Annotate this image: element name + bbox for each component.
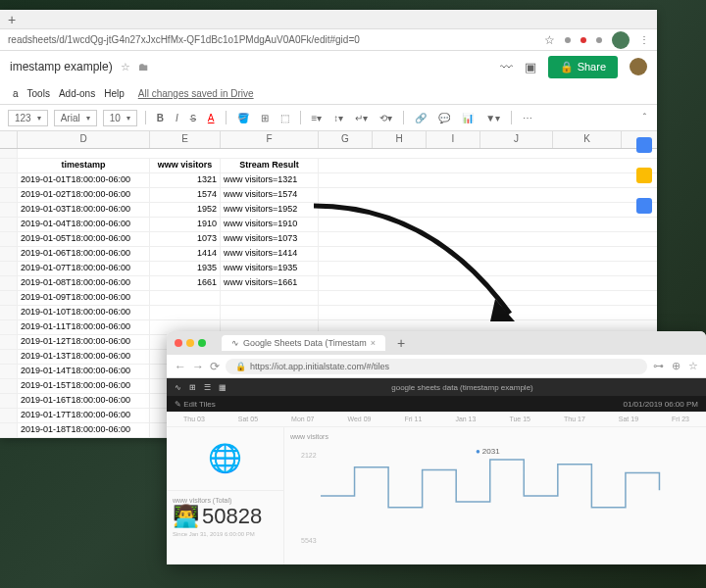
cell[interactable]: 2019-01-15T18:00:00-06:00 — [18, 379, 150, 393]
trend-icon[interactable]: 〰 — [500, 60, 513, 74]
cell[interactable]: 2019-01-07T18:00:00-06:00 — [18, 262, 150, 275]
cell[interactable]: 1414 — [150, 247, 221, 261]
browser-tab[interactable]: ∿Google Sheets Data (Timestam× — [222, 335, 385, 351]
keep-icon[interactable] — [636, 168, 652, 183]
chevron-up-icon[interactable]: ˆ — [640, 113, 649, 123]
cell[interactable]: 2019-01-06T18:00:00-06:00 — [18, 247, 150, 261]
halign-button[interactable]: ≡▾ — [309, 113, 326, 123]
cell[interactable]: www visitors=1661 — [221, 276, 319, 290]
search-icon[interactable]: ⊕ — [672, 360, 681, 372]
cell[interactable] — [150, 291, 221, 305]
borders-button[interactable]: ⊞ — [258, 113, 272, 123]
cell[interactable]: www visitors — [150, 159, 221, 172]
cell[interactable]: 1321 — [150, 173, 221, 187]
menu-help[interactable]: Help — [101, 88, 127, 99]
textcolor-button[interactable]: A — [205, 113, 218, 123]
profile-avatar[interactable] — [612, 31, 630, 49]
cell[interactable]: 2019-01-13T18:00:00-06:00 — [18, 350, 150, 364]
chart-button[interactable]: 📊 — [459, 113, 477, 123]
cell[interactable]: www visitors=1414 — [221, 247, 319, 261]
cell[interactable] — [221, 291, 319, 305]
cell[interactable]: www visitors=1574 — [221, 188, 319, 202]
cell[interactable]: 2019-01-18T18:00:00-06:00 — [18, 423, 150, 437]
fontsize-selector[interactable]: 10 — [103, 110, 137, 126]
select-all-cell[interactable] — [0, 131, 18, 148]
wrap-button[interactable]: ↵▾ — [352, 113, 371, 123]
merge-button[interactable]: ⬚ — [277, 113, 292, 123]
filter-button[interactable]: ▼▾ — [482, 113, 503, 123]
cell[interactable] — [221, 306, 319, 319]
reload-icon[interactable]: ⟳ — [210, 360, 220, 373]
bookmark-icon[interactable]: ☆ — [544, 33, 555, 47]
cell[interactable]: 1661 — [150, 276, 221, 290]
font-selector[interactable]: Arial — [54, 110, 97, 126]
cell[interactable]: www visitors=1073 — [221, 232, 319, 246]
strike-button[interactable]: S̶ — [187, 113, 199, 123]
list-icon[interactable]: ☰ — [204, 383, 211, 392]
document-title[interactable]: imestamp example) — [10, 60, 113, 74]
close-tab-icon[interactable]: × — [371, 338, 376, 348]
chart-tile[interactable]: www visitors 2031 2122 5543 — [284, 427, 706, 564]
folder-icon[interactable]: 🖿 — [138, 61, 149, 73]
cell[interactable]: www visitors=1952 — [221, 203, 319, 217]
col-header[interactable]: F — [221, 131, 319, 148]
total-tile[interactable]: www visitors (Total) 👨‍💻50828 Since Jan … — [167, 491, 283, 565]
extension-icon[interactable] — [596, 37, 602, 43]
globe-tile[interactable]: 🌐 — [167, 427, 283, 491]
minimize-icon[interactable] — [186, 339, 194, 347]
menu-tools[interactable]: Tools — [25, 88, 53, 99]
cell[interactable]: www visitors=1321 — [221, 173, 319, 187]
cell[interactable]: 2019-01-02T18:00:00-06:00 — [18, 188, 150, 202]
col-header[interactable]: H — [373, 131, 427, 148]
grid-icon[interactable]: ⊞ — [189, 383, 196, 392]
share-button[interactable]: 🔒Share — [548, 56, 618, 78]
back-icon[interactable]: ← — [175, 360, 186, 373]
cell[interactable]: 1574 — [150, 188, 221, 202]
cell[interactable]: 2019-01-10T18:00:00-06:00 — [18, 306, 150, 319]
cell[interactable]: 2019-01-04T18:00:00-06:00 — [18, 218, 150, 231]
cell[interactable]: 2019-01-17T18:00:00-06:00 — [18, 409, 150, 422]
extension-icon[interactable] — [580, 37, 586, 43]
cell[interactable]: Stream Result — [221, 159, 319, 172]
bars-icon[interactable]: ▦ — [219, 383, 227, 392]
cell[interactable]: 1935 — [150, 262, 221, 275]
calendar-icon[interactable] — [636, 137, 652, 153]
comment-icon[interactable]: ▣ — [525, 60, 536, 74]
cell[interactable]: 1910 — [150, 218, 221, 231]
menu-addons[interactable]: Add-ons — [56, 88, 98, 99]
new-tab-button[interactable]: + — [8, 12, 16, 27]
zoom-selector[interactable]: 123 — [8, 110, 48, 126]
star-icon[interactable]: ☆ — [688, 360, 698, 372]
cell[interactable]: www visitors=1935 — [221, 262, 319, 275]
cell[interactable]: 2019-01-14T18:00:00-06:00 — [18, 365, 150, 378]
col-header[interactable]: K — [553, 131, 622, 148]
more-icon[interactable]: ⋯ — [520, 113, 535, 123]
user-avatar[interactable] — [630, 58, 647, 75]
address-bar[interactable]: 🔒https://iot.app.initialstate.com/#/tile… — [226, 359, 647, 374]
col-header[interactable]: E — [150, 131, 221, 148]
menu-item[interactable]: a — [10, 88, 22, 99]
col-header[interactable]: G — [319, 131, 373, 148]
cell[interactable]: 1952 — [150, 203, 221, 217]
col-header[interactable]: J — [480, 131, 553, 148]
rotate-button[interactable]: ⟲▾ — [377, 113, 395, 123]
cell[interactable]: timestamp — [18, 159, 150, 172]
cell[interactable]: 1073 — [150, 232, 221, 246]
cell[interactable]: 2019-01-03T18:00:00-06:00 — [18, 203, 150, 217]
cell[interactable]: 2019-01-09T18:00:00-06:00 — [18, 291, 150, 305]
cell[interactable]: 2019-01-01T18:00:00-06:00 — [18, 173, 150, 187]
col-header[interactable]: D — [18, 131, 150, 148]
italic-button[interactable]: I — [173, 113, 181, 123]
cell[interactable]: 2019-01-11T18:00:00-06:00 — [18, 320, 150, 334]
save-status[interactable]: All changes saved in Drive — [135, 88, 257, 99]
extension-icon[interactable] — [565, 37, 571, 43]
cell[interactable]: www visitors=1910 — [221, 218, 319, 231]
menu-icon[interactable]: ⋮ — [639, 34, 649, 45]
valign-button[interactable]: ↕▾ — [330, 113, 346, 123]
link-button[interactable]: 🔗 — [412, 113, 429, 123]
address-bar[interactable]: readsheets/d/1wcdQg-jtG4n27xJxcHfMx-QF1d… — [0, 29, 657, 51]
cell[interactable]: 2019-01-16T18:00:00-06:00 — [18, 394, 150, 408]
edit-tiles-button[interactable]: ✎ Edit Tiles — [175, 400, 216, 409]
close-icon[interactable] — [175, 339, 182, 347]
fill-button[interactable]: 🪣 — [234, 113, 252, 123]
